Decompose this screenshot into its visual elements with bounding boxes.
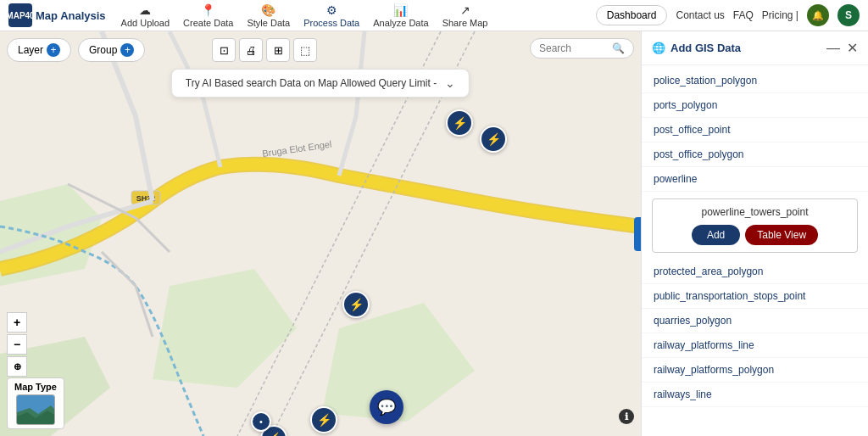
group-button[interactable]: Group + bbox=[78, 38, 145, 62]
nav-share-map[interactable]: ↗ Share Map bbox=[442, 3, 488, 28]
list-item-post-office-point[interactable]: post_office_point bbox=[642, 118, 868, 143]
chat-bubble[interactable]: 💬 bbox=[370, 390, 403, 424]
style-data-icon: 🎨 bbox=[261, 3, 275, 17]
map-marker-4[interactable]: ⚡ bbox=[310, 406, 337, 433]
print-button[interactable]: 🖨 bbox=[239, 38, 263, 62]
map-type-thumbnail[interactable] bbox=[16, 394, 55, 425]
layer-button[interactable]: Layer + bbox=[7, 38, 71, 62]
zoom-out-button[interactable]: − bbox=[7, 334, 27, 355]
brand-text: MAP40 bbox=[6, 11, 34, 20]
nav-style-data[interactable]: 🎨 Style Data bbox=[247, 3, 290, 28]
share-map-icon: ↗ bbox=[460, 3, 470, 17]
panel-controls: — ✕ bbox=[826, 40, 858, 56]
map-marker-3[interactable]: ⚡ bbox=[342, 291, 370, 318]
top-nav: MAP40 Map Analysis ☁ Add Upload 📍 Create… bbox=[0, 0, 868, 31]
layer-plus-icon: + bbox=[47, 43, 60, 57]
panel-title: 🌐 Add GIS Data bbox=[652, 42, 741, 54]
layer-label: Layer bbox=[18, 44, 43, 56]
list-item-public-transport[interactable]: public_transportation_stops_point bbox=[642, 284, 868, 309]
faq-link[interactable]: FAQ bbox=[733, 9, 754, 21]
panel-title-text: Add GIS Data bbox=[670, 42, 741, 54]
right-panel: 🌐 Add GIS Data — ✕ police_station_polygo… bbox=[641, 31, 868, 436]
nav-right: Dashboard Contact us FAQ Pricing | 🔔 S bbox=[596, 4, 860, 26]
info-dot[interactable]: ℹ bbox=[619, 409, 634, 424]
list-item-police[interactable]: police_station_polygon bbox=[642, 69, 868, 93]
side-panel-tab[interactable] bbox=[634, 217, 641, 251]
list-item-ports[interactable]: ports_polygon bbox=[642, 93, 868, 118]
nav-add-upload[interactable]: ☁ Add Upload bbox=[121, 3, 170, 28]
ai-banner-text: Try AI Based search Data on Map Allowed … bbox=[186, 77, 437, 89]
pricing-link[interactable]: Pricing | bbox=[762, 9, 798, 21]
list-item-protected-area[interactable]: protected_area_polygon bbox=[642, 260, 868, 284]
panel-close-button[interactable]: ✕ bbox=[847, 40, 858, 56]
selected-item-name: powerline_towers_point bbox=[659, 206, 850, 218]
nav-create-data-label: Create Data bbox=[183, 18, 233, 28]
list-item-railways-line[interactable]: railways_line bbox=[642, 383, 868, 407]
list-item-post-office-polygon[interactable]: post_office_polygon bbox=[642, 143, 868, 167]
globe-icon: 🌐 bbox=[652, 42, 665, 54]
map-container[interactable]: Bruga Elot Engel SH22 Layer + bbox=[0, 31, 641, 436]
nav-style-data-label: Style Data bbox=[247, 18, 290, 28]
brand-icon: MAP40 bbox=[8, 3, 32, 27]
table-view-button[interactable]: Table View bbox=[745, 225, 818, 245]
create-data-icon: 📍 bbox=[201, 3, 215, 17]
dashboard-button[interactable]: Dashboard bbox=[596, 5, 668, 25]
map-marker-6[interactable]: • bbox=[251, 411, 271, 432]
list-item-railway-platforms-polygon[interactable]: railway_platforms_polygon bbox=[642, 358, 868, 383]
search-icon[interactable]: 🔍 bbox=[612, 42, 625, 54]
map-tools: ⊡ 🖨 ⊞ ⬚ bbox=[212, 38, 317, 62]
map-type-label: Map Type bbox=[14, 382, 57, 392]
nav-create-data[interactable]: 📍 Create Data bbox=[183, 3, 233, 28]
panel-list: police_station_polygon ports_polygon pos… bbox=[642, 65, 868, 436]
list-item-railway-platforms-line[interactable]: railway_platforms_line bbox=[642, 333, 868, 358]
nav-analyze-data-label: Analyze Data bbox=[373, 18, 428, 28]
list-item-powerline[interactable]: powerline bbox=[642, 167, 868, 192]
brand-logo: MAP40 Map Analysis bbox=[8, 3, 106, 27]
ai-banner-chevron[interactable]: ⌄ bbox=[445, 76, 455, 90]
nav-analyze-data[interactable]: 📊 Analyze Data bbox=[373, 3, 428, 28]
add-upload-icon: ☁ bbox=[139, 3, 151, 17]
add-button[interactable]: Add bbox=[692, 225, 740, 245]
measure-button[interactable]: ⬚ bbox=[293, 38, 317, 62]
main-area: Bruga Elot Engel SH22 Layer + bbox=[0, 31, 868, 436]
grid-button[interactable]: ⊞ bbox=[266, 38, 290, 62]
map-marker-1[interactable]: ⚡ bbox=[446, 109, 473, 137]
map-type-box: Map Type bbox=[7, 377, 64, 429]
map-toolbar: Layer + Group + bbox=[7, 38, 145, 62]
panel-minimize-button[interactable]: — bbox=[826, 41, 840, 56]
nav-items: ☁ Add Upload 📍 Create Data 🎨 Style Data … bbox=[121, 3, 488, 28]
contact-link[interactable]: Contact us bbox=[676, 9, 724, 21]
zoom-extent-button[interactable]: ⊡ bbox=[212, 38, 236, 62]
zoom-controls: + − ⊕ bbox=[7, 312, 27, 377]
group-label: Group bbox=[89, 44, 117, 56]
panel-header: 🌐 Add GIS Data — ✕ bbox=[642, 31, 868, 65]
nav-add-upload-label: Add Upload bbox=[121, 18, 170, 28]
analyze-data-icon: 📊 bbox=[393, 3, 408, 17]
user-avatar[interactable]: S bbox=[837, 4, 860, 26]
nav-process-data[interactable]: ⚙ Process Data bbox=[303, 3, 359, 28]
group-plus-icon: + bbox=[120, 43, 134, 57]
process-data-icon: ⚙ bbox=[326, 3, 337, 17]
brand-name: Map Analysis bbox=[36, 9, 106, 22]
panel-actions: Add Table View bbox=[659, 225, 850, 245]
nav-share-map-label: Share Map bbox=[442, 18, 488, 28]
zoom-reset-button[interactable]: ⊕ bbox=[7, 356, 27, 377]
search-bar-container: 🔍 bbox=[530, 38, 634, 59]
search-bar: 🔍 bbox=[530, 38, 634, 59]
nav-process-data-label: Process Data bbox=[303, 18, 359, 28]
search-input[interactable] bbox=[539, 42, 607, 54]
notification-icon[interactable]: 🔔 bbox=[807, 4, 829, 26]
panel-selected-box: powerline_towers_point Add Table View bbox=[652, 198, 858, 253]
zoom-in-button[interactable]: + bbox=[7, 312, 27, 333]
ai-banner: Try AI Based search Data on Map Allowed … bbox=[171, 69, 470, 98]
list-item-quarries[interactable]: quarries_polygon bbox=[642, 309, 868, 333]
map-marker-2[interactable]: ⚡ bbox=[480, 126, 507, 153]
